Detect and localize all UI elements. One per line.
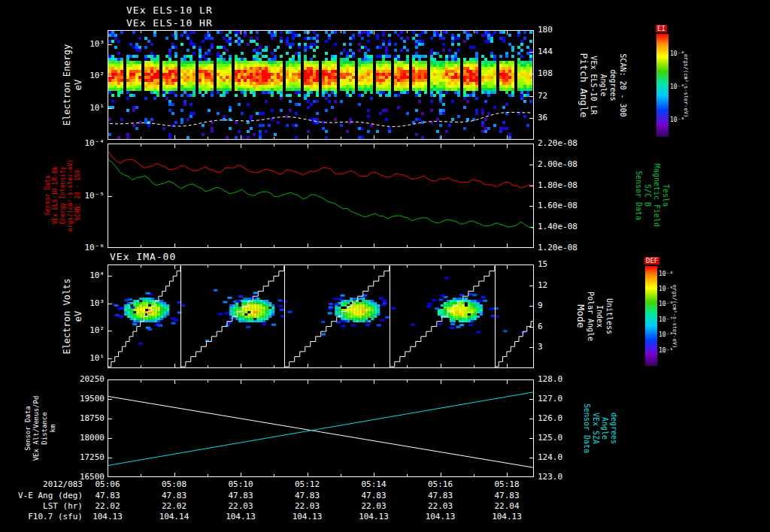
axis-label-line: Angle xyxy=(599,29,608,141)
p2-right-tick-label: 1.40e-08 xyxy=(538,223,584,231)
colorbar-def-title: DEF xyxy=(644,257,659,264)
colorbar-def xyxy=(645,266,657,366)
p3-left-axis-label-text: Electron VoltseV xyxy=(62,260,84,373)
info-value: 47.83 xyxy=(418,491,463,500)
p2-right-tick-label: 1.60e-08 xyxy=(538,202,584,210)
info-value: 104.13 xyxy=(85,512,130,521)
axis-label-line: Tesla xyxy=(660,144,669,248)
p2-right-tick-label: 2.00e-08 xyxy=(538,161,584,168)
time-tick-label: 05:08 xyxy=(158,480,191,488)
axis-label-line: Distance xyxy=(41,379,49,477)
info-value: 47.83 xyxy=(351,491,396,500)
info-value: 22.03 xyxy=(285,502,330,510)
time-tick-label: 05:12 xyxy=(291,480,324,488)
info-value: 22.02 xyxy=(85,502,130,510)
axis-label-line: degrees xyxy=(608,29,618,141)
axis-label-line: Mode xyxy=(576,260,586,373)
p4-left-tick-label: 17250 xyxy=(71,454,105,461)
info-value: 104.14 xyxy=(152,512,197,521)
p2-right-axis-label-text: TeslaMagnetic FieldS/C BSensor Data xyxy=(633,144,669,248)
axis-label-line: Electron Volts xyxy=(62,260,73,373)
colorbar-ei-units-label-text: ergs/(cm²-s-ster-eV) xyxy=(682,34,688,137)
axis-label-line: degrees xyxy=(609,379,618,477)
p3-right-axis-label-text: UnitlessIndexPolar AngleMode xyxy=(573,260,614,373)
axis-label-line: VEx ELS-10 LR-Bk xyxy=(51,144,59,248)
axis-label-line: ergs/(cm²-s-ster-eV) xyxy=(66,144,74,248)
axis-label-line: VEx ELS-10 LR xyxy=(589,29,599,141)
p4-right-tick-label: 127.0 xyxy=(538,395,584,403)
panel3-title: VEx IMA-00 xyxy=(110,251,176,262)
axis-label-line: SCAN: 20 - 150 xyxy=(74,144,81,248)
p4-left-tick-label: 18000 xyxy=(71,434,105,442)
p4-left-tick-label: 20250 xyxy=(71,376,105,383)
axis-label-line: Index xyxy=(595,260,605,373)
time-tick-label: 05:14 xyxy=(357,480,390,488)
axis-label-line: eV xyxy=(73,29,84,141)
info-row-label-f107: F10.7 (sfu) xyxy=(0,512,83,521)
axis-label-line: Sensor Data xyxy=(633,144,642,248)
axis-label-line: Polar Angle xyxy=(586,260,596,373)
axis-label-line: Sensor Data xyxy=(24,379,32,477)
info-value: 22.04 xyxy=(484,502,529,510)
info-value: 47.83 xyxy=(285,491,330,500)
p4-right-tick-label: 124.0 xyxy=(538,454,584,461)
p1-left-axis-label-text: Electron EnergyeV xyxy=(62,29,84,141)
p2-right-tick-label: 1.20e-08 xyxy=(538,244,584,252)
p4-right-axis-label-text: degreesAngleVEx SZASensor Data xyxy=(582,379,618,477)
axis-label-line: VEx SZA xyxy=(591,379,600,477)
p4-right-tick-label: 125.0 xyxy=(538,434,584,442)
colorbar-def-units-label-text: ergs/(cm²-s-ster-eV) xyxy=(671,266,677,366)
info-value: 104.13 xyxy=(484,512,529,521)
axis-label-line: Electron Energy xyxy=(62,29,73,141)
els-intensity-bfield-plot xyxy=(108,144,534,248)
p4-left-tick-label: 19500 xyxy=(71,395,105,403)
ima-spectrogram-plot xyxy=(108,264,534,368)
panel1-title-line2: VEx ELS-10 HR xyxy=(126,17,213,29)
vex-orbit-data-display: VEx ELS-10 LR VEx ELS-10 HR VEx IMA-00 E… xyxy=(0,0,770,532)
info-value: 47.83 xyxy=(152,491,197,500)
els-energy-spectrogram-plot xyxy=(108,30,534,140)
axis-label-line: Sensor Data xyxy=(582,379,591,477)
info-value: 47.83 xyxy=(218,491,263,500)
axis-label-line: SCAN: 20 - 300 xyxy=(618,29,628,141)
time-tick-label: 05:10 xyxy=(224,480,257,488)
info-value: 22.03 xyxy=(418,502,463,510)
colorbar-ei xyxy=(656,34,668,137)
info-value: 104.13 xyxy=(418,512,463,521)
axis-label-line: eV xyxy=(73,260,84,373)
p1-right-axis-label-text: SCAN: 20 - 300degreesAngleVEx ELS-10 LRP… xyxy=(576,29,628,141)
axis-label-line: Pitch Angle xyxy=(579,29,589,141)
altitude-sza-plot xyxy=(108,379,534,477)
date-label: 2012/083 xyxy=(6,480,83,488)
axis-label-line: Energy Intensity xyxy=(59,144,66,248)
info-value: 47.83 xyxy=(85,491,130,500)
axis-label-line: Angle xyxy=(600,379,609,477)
info-value: 104.13 xyxy=(285,512,330,521)
p4-left-axis-label-text: Sensor DataVEx Alt/Venus/PdDistancekm xyxy=(24,379,57,477)
time-tick-label: 05:06 xyxy=(91,480,124,488)
colorbar-ei-title: EI xyxy=(656,25,667,32)
info-value: 104.13 xyxy=(351,512,396,521)
time-tick-label: 05:16 xyxy=(424,480,457,488)
info-row-label-veang: V-E Ang (deg) xyxy=(0,491,83,500)
panel1-title-line1: VEx ELS-10 LR xyxy=(126,5,213,16)
info-value: 22.03 xyxy=(218,502,263,510)
time-tick-label: 05:18 xyxy=(490,480,523,488)
axis-label-line: ergs/(cm²-s-ster-eV) xyxy=(682,34,688,137)
info-value: 47.83 xyxy=(484,491,529,500)
axis-label-line: VEx Alt/Venus/Pd xyxy=(32,379,41,477)
info-row-label-lst: LST (hr) xyxy=(0,502,83,510)
axis-label-line: S/C B xyxy=(642,144,651,248)
p2-left-axis-label-text: Sensor DataVEx ELS-10 LR-BkEnergy Intens… xyxy=(44,144,81,248)
info-value: 22.03 xyxy=(351,502,396,510)
axis-label-line: Sensor Data xyxy=(44,144,51,248)
p4-right-tick-label: 128.0 xyxy=(538,376,584,383)
axis-label-line: km xyxy=(49,379,57,477)
p4-right-tick-label: 123.0 xyxy=(538,473,584,481)
info-value: 22.02 xyxy=(152,502,197,510)
p4-right-tick-label: 126.0 xyxy=(538,415,584,422)
axis-label-line: Unitless xyxy=(605,260,614,373)
axis-label-line: Magnetic Field xyxy=(651,144,660,248)
info-value: 104.13 xyxy=(218,512,263,521)
axis-label-line: ergs/(cm²-s-ster-eV) xyxy=(671,266,677,366)
